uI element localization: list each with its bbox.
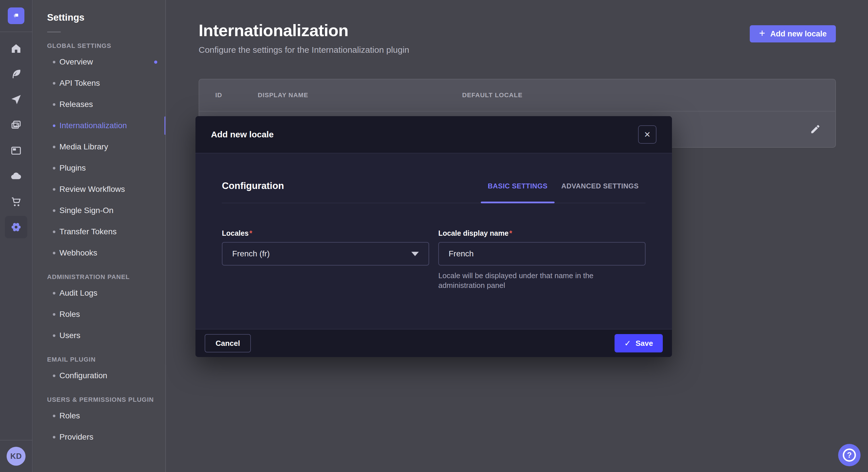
sidebar-item-overview[interactable]: Overview <box>33 51 165 72</box>
home-icon <box>10 43 22 54</box>
bullet-icon <box>53 146 55 148</box>
sidebar-item-roles[interactable]: Roles <box>33 304 165 325</box>
sidebar-item-audit-logs[interactable]: Audit Logs <box>33 282 165 304</box>
rail-item-media[interactable] <box>0 112 32 138</box>
locales-select[interactable]: French (fr) <box>222 242 429 266</box>
close-modal-button[interactable]: ✕ <box>638 125 656 144</box>
sidebar-item-label: Roles <box>59 310 80 319</box>
sidebar-item-media-library[interactable]: Media Library <box>33 136 165 158</box>
column-header-default-locale: DEFAULT LOCALE <box>462 92 794 99</box>
locales-table-header: IDDISPLAY NAMEDEFAULT LOCALE <box>199 79 835 111</box>
add-new-locale-button[interactable]: + Add new locale <box>750 25 836 42</box>
bullet-icon <box>53 334 55 337</box>
locales-label-text: Locales <box>222 229 249 237</box>
sidebar-item-transfer-tokens[interactable]: Transfer Tokens <box>33 221 165 242</box>
rail-item-home[interactable] <box>0 36 32 61</box>
sidebar-item-api-tokens[interactable]: API Tokens <box>33 72 165 94</box>
settings-subnav: Settings GLOBAL SETTINGSOverviewAPI Toke… <box>33 0 166 472</box>
rail-item-gear[interactable] <box>0 214 32 240</box>
modal-title: Add new locale <box>211 130 274 139</box>
sidebar-item-providers[interactable]: Providers <box>33 427 165 448</box>
sidebar-item-users[interactable]: Users <box>33 325 165 346</box>
sidebar-item-label: Internationalization <box>59 121 127 130</box>
nav-section-label-users-permissions-plugin: USERS & PERMISSIONS PLUGIN <box>47 396 165 403</box>
sidebar-item-label: Roles <box>59 411 80 420</box>
sidebar-item-label: Transfer Tokens <box>59 227 117 236</box>
sidebar-item-plugins[interactable]: Plugins <box>33 158 165 179</box>
column-header-display-name: DISPLAY NAME <box>258 92 462 99</box>
rail-item-cart[interactable] <box>0 189 32 214</box>
avatar[interactable]: KD <box>7 447 26 466</box>
modal-tabs: BASIC SETTINGSADVANCED SETTINGS <box>481 182 646 203</box>
check-icon: ✓ <box>624 339 631 348</box>
display-name-label: Locale display name* <box>438 229 646 237</box>
nav-section-label-administration-panel: ADMINISTRATION PANEL <box>47 273 165 281</box>
media-icon <box>10 119 22 131</box>
media-tile <box>5 114 27 136</box>
sidebar-item-releases[interactable]: Releases <box>33 94 165 115</box>
paper-plane-tile <box>5 88 27 111</box>
page-header: Internationalization Configure the setti… <box>198 21 836 55</box>
main-nav-rail: KD <box>0 0 33 472</box>
display-name-hint: Locale will be displayed under that name… <box>438 271 639 291</box>
strapi-logo-icon <box>11 11 21 20</box>
strapi-logo[interactable] <box>8 7 24 24</box>
sidebar-item-single-sign-on[interactable]: Single Sign-On <box>33 200 165 221</box>
sidebar-item-configuration[interactable]: Configuration <box>33 365 165 386</box>
sidebar-item-label: Webhooks <box>59 248 97 258</box>
rail-item-cloud[interactable] <box>0 163 32 189</box>
configuration-header-row: Configuration BASIC SETTINGSADVANCED SET… <box>222 180 646 203</box>
sidebar-item-webhooks[interactable]: Webhooks <box>33 242 165 264</box>
rail-item-layout[interactable] <box>0 138 32 163</box>
question-mark-icon: ? <box>843 448 856 462</box>
gear-tile <box>5 216 27 238</box>
column-header-id: ID <box>215 92 258 99</box>
cloud-icon <box>10 170 22 182</box>
locales-select-value: French (fr) <box>232 249 270 258</box>
display-name-field: Locale display name* Locale will be disp… <box>438 229 646 291</box>
bullet-icon <box>53 125 55 127</box>
sidebar-item-label: Releases <box>59 100 93 109</box>
add-locale-modal: Add new locale ✕ Configuration BASIC SET… <box>195 116 672 357</box>
edit-locale-button[interactable] <box>809 124 820 135</box>
sidebar-item-roles[interactable]: Roles <box>33 405 165 427</box>
rail-divider <box>0 32 32 32</box>
bullet-icon <box>53 313 55 316</box>
nav-section-label-global-settings: GLOBAL SETTINGS <box>47 42 165 49</box>
tab-advanced-settings[interactable]: ADVANCED SETTINGS <box>555 182 646 203</box>
bullet-icon <box>53 167 55 169</box>
sidebar-item-internationalization[interactable]: Internationalization <box>33 115 165 136</box>
bullet-icon <box>53 374 55 377</box>
display-name-label-text: Locale display name <box>438 229 508 237</box>
help-button[interactable]: ? <box>838 444 861 466</box>
locales-field: Locales* French (fr) <box>222 229 429 291</box>
tab-basic-settings[interactable]: BASIC SETTINGS <box>481 182 554 203</box>
sidebar-item-label: Audit Logs <box>59 289 97 298</box>
close-icon: ✕ <box>644 130 650 139</box>
sidebar-item-label: Single Sign-On <box>59 206 113 215</box>
bullet-icon <box>53 188 55 191</box>
cloud-tile <box>5 165 27 187</box>
display-name-input[interactable] <box>438 242 646 266</box>
bullet-icon <box>53 292 55 295</box>
sidebar-item-review-workflows[interactable]: Review Workflows <box>33 179 165 200</box>
save-button[interactable]: ✓ Save <box>615 334 663 352</box>
rail-item-feather[interactable] <box>0 61 32 87</box>
notification-dot <box>154 61 157 64</box>
rail-item-paper-plane[interactable] <box>0 87 32 112</box>
sidebar-item-label: API Tokens <box>59 78 100 88</box>
sidebar-item-label: Review Workflows <box>59 185 125 194</box>
locales-label: Locales* <box>222 229 429 237</box>
nav-section-label-email-plugin: EMAIL PLUGIN <box>47 356 165 363</box>
sidebar-item-label: Plugins <box>59 164 86 173</box>
subnav-title: Settings <box>47 12 165 23</box>
page-subtitle: Configure the settings for the Internati… <box>198 45 409 55</box>
sidebar-item-label: Media Library <box>59 142 108 151</box>
save-label: Save <box>636 339 653 348</box>
bullet-icon <box>53 209 55 212</box>
sidebar-item-label: Providers <box>59 432 93 442</box>
cart-tile <box>5 191 27 213</box>
gear-icon <box>10 222 22 233</box>
cancel-button[interactable]: Cancel <box>205 334 251 352</box>
sidebar-item-label: Users <box>59 331 81 340</box>
